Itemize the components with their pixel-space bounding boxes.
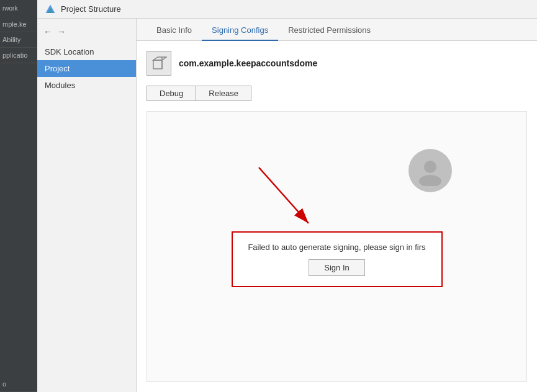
build-type-row: Debug Release [147, 86, 527, 101]
content-area: ← → SDK Location Project Modules Basic I… [37, 19, 537, 392]
title-bar: Project Structure [37, 0, 537, 19]
release-button[interactable]: Release [196, 86, 251, 101]
app-container: rwork mple.ke Ability pplicatio o Projec… [0, 0, 537, 392]
app-cube-icon [151, 55, 167, 71]
app-header-row: com.example.keepaccountsdome [147, 51, 527, 76]
signing-area: Failed to auto generate signing, please … [147, 111, 527, 382]
far-sidebar: rwork mple.ke Ability pplicatio o [0, 0, 37, 392]
error-box: Failed to auto generate signing, please … [232, 231, 443, 287]
far-sidebar-item-3: pplicatio [0, 48, 37, 63]
tabs-bar: Basic Info Signing Configs Restricted Pe… [137, 19, 537, 41]
sidebar-item-sdk-location[interactable]: SDK Location [37, 43, 136, 60]
far-sidebar-item-2: Ability [0, 32, 37, 48]
main-window: Project Structure ← → SDK Location Proje… [37, 0, 537, 392]
tab-restricted-permissions[interactable]: Restricted Permissions [278, 20, 381, 41]
user-avatar [408, 149, 452, 192]
sidebar-nav: ← → SDK Location Project Modules [37, 19, 137, 392]
sign-in-button[interactable]: Sign In [309, 259, 364, 276]
sidebar-item-modules[interactable]: Modules [37, 77, 136, 94]
project-structure-icon [45, 4, 56, 15]
app-icon-box [147, 51, 171, 76]
svg-rect-3 [153, 60, 162, 69]
far-sidebar-item-1: mple.ke [0, 17, 37, 32]
tab-basic-info[interactable]: Basic Info [147, 20, 202, 41]
right-panel: Basic Info Signing Configs Restricted Pe… [137, 19, 537, 392]
sidebar-item-project[interactable]: Project [37, 60, 136, 77]
svg-marker-4 [153, 57, 166, 60]
app-package-name: com.example.keepaccountsdome [179, 58, 317, 68]
debug-button[interactable]: Debug [147, 86, 196, 101]
svg-point-9 [424, 161, 436, 173]
avatar-circle [408, 149, 452, 192]
forward-arrow[interactable]: → [56, 26, 67, 37]
back-arrow[interactable]: ← [42, 26, 53, 37]
far-sidebar-top-text: rwork [0, 0, 37, 17]
far-sidebar-item-4: o [0, 376, 37, 392]
svg-line-8 [259, 167, 309, 223]
tab-signing-configs[interactable]: Signing Configs [202, 20, 278, 41]
panel-content: com.example.keepaccountsdome Debug Relea… [137, 41, 537, 392]
svg-point-10 [419, 175, 441, 186]
nav-arrows: ← → [37, 24, 136, 43]
error-message: Failed to auto generate signing, please … [248, 243, 425, 252]
title-bar-text: Project Structure [61, 4, 121, 14]
